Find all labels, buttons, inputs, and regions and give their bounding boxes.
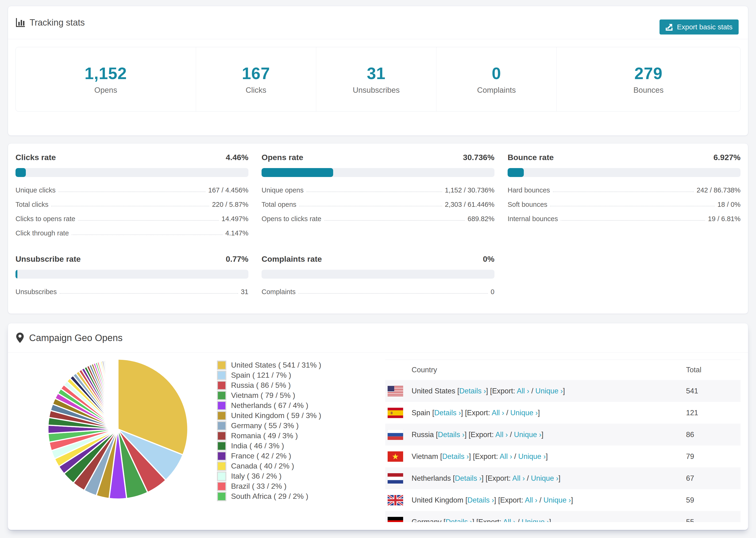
legend-label: Romania ( 49 / 3% )	[231, 431, 298, 440]
legend-item-south-africa[interactable]: South Africa ( 29 / 2% )	[217, 491, 321, 501]
column-header-total: Total	[686, 366, 740, 374]
table-row-de: Germany [Details ›] [Export: All › / Uni…	[385, 511, 740, 522]
dotted-leader	[306, 191, 442, 192]
rate-row: Clicks to opens rate14.497%	[16, 212, 248, 226]
dotted-leader	[58, 191, 205, 192]
rate-progress-bar	[508, 168, 740, 177]
export-unique-link[interactable]: Unique ›	[514, 430, 541, 439]
export-unique-link[interactable]: Unique ›	[535, 387, 563, 395]
details-link[interactable]: Details ›	[442, 452, 469, 460]
legend-item-italy[interactable]: Italy ( 36 / 2% )	[217, 471, 321, 481]
legend-item-spain[interactable]: Spain ( 121 / 7% )	[217, 370, 321, 380]
total-value: 121	[686, 409, 740, 417]
legend-label: Brazil ( 33 / 2% )	[231, 482, 287, 491]
rate-title: Complaints rate	[261, 254, 322, 264]
rate-section-opens-rate: Opens rate30.736%Unique opens1,152 / 30.…	[261, 153, 495, 241]
flag-nl-icon	[388, 473, 403, 484]
country-name: Netherlands	[411, 474, 451, 482]
export-basic-stats-button[interactable]: Export basic stats	[660, 20, 739, 34]
details-link[interactable]: Details ›	[467, 496, 494, 504]
rate-value: 0%	[483, 254, 495, 264]
stat-clicks: 167Clicks	[196, 47, 316, 111]
total-value: 86	[686, 430, 740, 439]
dotted-leader	[299, 206, 442, 206]
rate-value: 6.927%	[714, 153, 740, 162]
export-unique-link[interactable]: Unique ›	[522, 518, 549, 522]
export-label: Export:	[478, 518, 501, 522]
page-title: Tracking stats	[29, 18, 85, 28]
export-unique-link[interactable]: Unique ›	[544, 496, 571, 504]
geo-table-header: Country Total	[385, 360, 740, 380]
legend-swatch	[217, 381, 226, 390]
legend-item-united-states[interactable]: United States ( 541 / 31% )	[217, 360, 321, 370]
legend-label: United States ( 541 / 31% )	[231, 361, 321, 369]
rate-row: Complaints0	[261, 285, 495, 299]
legend-item-netherlands[interactable]: Netherlands ( 67 / 4% )	[217, 401, 321, 410]
map-pin-icon	[16, 332, 24, 343]
table-row-us: United States [Details ›] [Export: All ›…	[385, 380, 740, 402]
stat-value: 167	[242, 64, 270, 83]
dotted-leader	[60, 293, 238, 294]
export-label: Export:	[492, 387, 515, 395]
legend-item-vietnam[interactable]: Vietnam ( 79 / 5% )	[217, 390, 321, 401]
legend-swatch	[217, 461, 226, 471]
export-all-link[interactable]: All ›	[495, 430, 508, 439]
rate-row: Hard bounces242 / 86.738%	[508, 183, 740, 197]
export-label: Export:	[475, 452, 498, 460]
export-all-link[interactable]: All ›	[492, 409, 504, 417]
export-all-link[interactable]: All ›	[500, 452, 512, 460]
legend-item-germany[interactable]: Germany ( 55 / 3% )	[217, 421, 321, 431]
details-link[interactable]: Details ›	[438, 430, 465, 439]
stat-bounces: 279Bounces	[557, 47, 740, 111]
details-link[interactable]: Details ›	[446, 518, 472, 522]
dotted-leader	[72, 235, 222, 235]
rate-row: Unsubscribes31	[16, 285, 248, 299]
legend-item-united-kingdom[interactable]: United Kingdom ( 59 / 3% )	[217, 410, 321, 421]
dotted-leader	[553, 191, 694, 192]
rate-row: Total clicks220 / 5.87%	[16, 197, 248, 212]
rate-section-complaints-rate: Complaints rate0%Complaints0	[261, 254, 495, 299]
rate-progress-bar	[16, 270, 248, 279]
export-unique-link[interactable]: Unique ›	[531, 474, 558, 482]
stat-value: 279	[634, 64, 663, 83]
country-name: United Kingdom	[411, 496, 463, 504]
table-row-gb: United Kingdom [Details ›] [Export: All …	[385, 489, 740, 511]
export-all-link[interactable]: All ›	[517, 387, 529, 395]
details-link[interactable]: Details ›	[455, 474, 482, 482]
total-value: 67	[686, 474, 740, 483]
legend-item-brazil[interactable]: Brazil ( 33 / 2% )	[217, 481, 321, 491]
legend-item-france[interactable]: France ( 42 / 2% )	[217, 451, 321, 461]
country-name: Spain	[411, 409, 430, 417]
details-link[interactable]: Details ›	[459, 387, 486, 395]
export-all-link[interactable]: All ›	[503, 518, 515, 522]
rate-title: Unsubscribe rate	[16, 254, 81, 264]
legend-label: Canada ( 40 / 2% )	[231, 462, 294, 470]
legend-item-india[interactable]: India ( 46 / 3% )	[217, 441, 321, 451]
table-row-vn: Vietnam [Details ›] [Export: All › / Uni…	[385, 446, 740, 467]
rate-row: Soft bounces18 / 0%	[508, 197, 740, 212]
dotted-leader	[561, 220, 705, 221]
legend-item-russia[interactable]: Russia ( 86 / 5% )	[217, 380, 321, 390]
export-all-link[interactable]: All ›	[512, 474, 525, 482]
stats-summary-band: 1,152Opens167Clicks31Unsubscribes0Compla…	[16, 47, 740, 112]
bar-chart-icon	[16, 18, 26, 27]
stat-value: 0	[492, 64, 501, 83]
legend-item-canada[interactable]: Canada ( 40 / 2% )	[217, 461, 321, 471]
export-unique-link[interactable]: Unique ›	[518, 452, 546, 460]
export-unique-link[interactable]: Unique ›	[510, 409, 538, 417]
total-value: 59	[686, 496, 740, 505]
total-value: 541	[686, 387, 740, 395]
export-all-link[interactable]: All ›	[525, 496, 537, 504]
legend-label: Italy ( 36 / 2% )	[231, 472, 282, 480]
legend-swatch	[217, 411, 226, 420]
rate-value: 0.77%	[226, 254, 248, 264]
table-row-es: Spain [Details ›] [Export: All › / Uniqu…	[385, 402, 740, 424]
country-name: Russia	[411, 430, 434, 439]
legend-item-romania[interactable]: Romania ( 49 / 3% )	[217, 431, 321, 441]
dotted-leader	[298, 293, 488, 294]
rate-title: Bounce rate	[508, 153, 554, 162]
details-link[interactable]: Details ›	[434, 409, 461, 417]
rate-row: Opens to clicks rate689.82%	[261, 212, 495, 226]
legend-swatch	[217, 492, 226, 501]
rate-row: Click through rate4.147%	[16, 226, 248, 241]
